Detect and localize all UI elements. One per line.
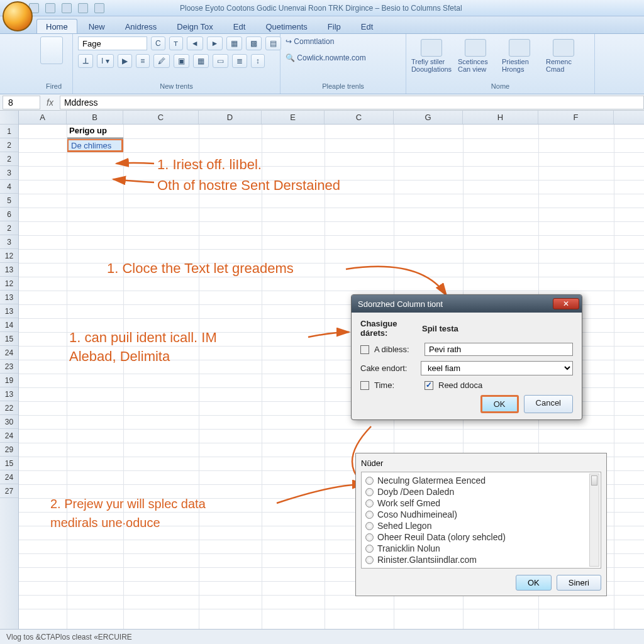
row-header[interactable]: 13 [0,291,18,304]
col-header[interactable]: E [262,111,325,124]
dialog-titlebar[interactable]: Sdonzhed Column tiont ✕ [352,295,582,313]
priestien-button[interactable]: Priestien Hrongs [499,36,540,75]
tab-filp[interactable]: Filp [319,19,350,33]
row-header[interactable]: 13 [0,387,18,401]
radio-icon[interactable] [365,499,374,508]
scrollbar[interactable] [589,474,599,567]
qat-icon[interactable] [94,3,104,13]
fx-icon[interactable]: fx [40,97,60,108]
time-checkbox[interactable] [360,381,369,390]
tab-edt2[interactable]: Edt [352,19,382,33]
format-c-button[interactable]: C [151,36,165,50]
row-header[interactable]: 23 [0,360,18,374]
row-header[interactable]: 13 [0,263,18,277]
scetinces-button[interactable]: Scetinces Can view [455,36,496,75]
radio-icon[interactable] [365,477,374,485]
cake-endort-select[interactable]: keel fiam [421,361,573,375]
radio-icon[interactable] [365,533,374,541]
cancel-button[interactable]: Cancel [524,395,573,413]
comntlation-link[interactable]: ↪ Comntlation [286,36,334,47]
row-header[interactable]: 3 [0,166,18,180]
style-icon[interactable]: ≣ [232,54,247,68]
align-icon[interactable]: ≡ [136,54,150,68]
formula-input[interactable]: Mddress [60,96,644,109]
cowlick-link[interactable]: 🔍 Cowlick.nownte.com [286,53,366,63]
row-header[interactable]: 2 [0,138,18,152]
ok-button[interactable]: OK [516,575,552,591]
a-dibless-checkbox[interactable] [360,345,369,354]
row-header[interactable]: 13 [0,304,18,318]
name-box[interactable]: 8 [3,96,40,109]
row-header[interactable]: 12 [0,277,18,291]
list-item[interactable]: Rinister.Glantsiindlar.com [365,554,588,565]
list-item[interactable]: Oheer Reuil Data (olory sehcled) [365,531,588,543]
play-icon[interactable]: ▶ [118,54,132,68]
row-header[interactable]: 4 [0,180,18,194]
qat-icon[interactable] [62,3,72,13]
list-item[interactable]: Work self Gmed [365,497,588,509]
paint-icon[interactable]: 🖉 [153,54,170,68]
row-header[interactable]: 2 [0,152,18,166]
trefiy-button[interactable]: Trefiy stiler Doouglations [411,36,452,75]
radio-icon[interactable] [365,545,374,553]
close-icon[interactable]: ✕ [553,298,579,309]
tab-edt[interactable]: Edt [225,19,255,33]
row-header[interactable]: 2 [0,221,18,235]
col-header[interactable]: H [463,111,538,124]
shade-icon[interactable]: ▤ [265,36,281,50]
radio-icon[interactable] [365,522,374,530]
font-selector[interactable] [78,36,147,50]
list-item[interactable]: Sehed Llegon [365,520,588,531]
row-header[interactable]: 15 [0,457,18,470]
tab-new[interactable]: New [80,19,114,33]
radio-icon[interactable] [365,488,374,496]
col-header[interactable]: G [394,111,463,124]
col-header[interactable]: C [123,111,199,124]
list-item[interactable]: Neculng Glatermea Eenced [365,475,588,486]
paste-button[interactable] [40,36,63,64]
merge-icon[interactable]: ▭ [213,54,228,68]
radio-icon[interactable] [365,511,374,519]
bold-button[interactable]: ⊥ [78,54,93,68]
qat-icon[interactable] [78,3,88,13]
row-header[interactable]: 3 [0,235,18,249]
row-header[interactable]: 15 [0,332,18,346]
row-header[interactable]: 22 [0,401,18,415]
arrow-right-icon[interactable]: ► [207,36,223,50]
row-header[interactable]: 24 [0,470,18,484]
row-header[interactable]: 1 [0,125,18,138]
row-header[interactable]: 12 [0,249,18,263]
list-item[interactable]: Coso Nudhimeineal) [365,509,588,520]
row-header[interactable]: 5 [0,194,18,208]
qat-icon[interactable] [45,3,55,13]
italic-button[interactable]: I ▾ [97,54,114,68]
col-header[interactable]: F [538,111,614,124]
radio-icon[interactable] [365,556,374,564]
arrow-left-icon[interactable]: ◄ [187,36,203,50]
row-header[interactable]: 24 [0,429,18,443]
row-header[interactable]: 19 [0,374,18,387]
row-header[interactable]: 14 [0,318,18,332]
row-header[interactable]: 27 [0,484,18,498]
col-header[interactable]: A [19,111,67,124]
row-header[interactable]: 30 [0,415,18,429]
tab-quetiments[interactable]: Quetiments [257,19,316,33]
cell-b2[interactable]: De chlimes [67,138,123,152]
col-header[interactable]: C [325,111,394,124]
list-item[interactable]: Tranicklin Nolun [365,543,588,554]
cell-b1[interactable]: Perigo up [67,125,123,138]
ok-button[interactable]: OK [480,395,519,413]
border-icon[interactable]: ▦ [193,54,209,68]
sineri-button[interactable]: Sineri [557,575,601,591]
office-button[interactable] [3,1,33,31]
remenc-button[interactable]: Remenc Cmad [543,36,584,75]
fill-icon[interactable]: ▩ [246,36,262,50]
col-header[interactable]: D [199,111,262,124]
color-icon[interactable]: ▣ [174,54,189,68]
a-dibless-input[interactable] [425,343,573,356]
row-header[interactable]: 24 [0,346,18,360]
sort-icon[interactable]: ↕ [251,54,265,68]
col-header[interactable]: B [67,111,123,124]
tab-design[interactable]: Deign Tox [168,19,222,33]
format-t-button[interactable]: ᴛ [169,36,183,50]
